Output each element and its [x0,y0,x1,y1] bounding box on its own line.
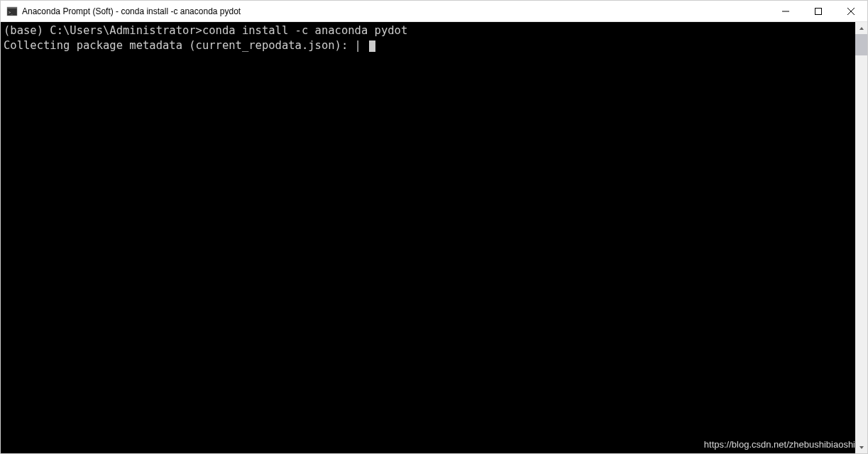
terminal-output[interactable]: (base) C:\Users\Administrator>conda inst… [1,22,855,453]
maximize-button[interactable] [802,1,835,21]
close-button[interactable] [835,1,867,21]
titlebar[interactable]: >_ Anaconda Prompt (Soft) - conda instal… [1,1,867,22]
svg-text:>_: >_ [9,9,13,14]
terminal-text: Collecting package metadata (current_rep… [4,39,368,52]
window-controls [769,1,867,21]
svg-rect-1 [7,7,17,9]
cursor-icon [369,40,375,52]
terminal-line: Collecting package metadata (current_rep… [4,38,852,53]
scrollbar-down-arrow-icon[interactable] [855,441,867,453]
terminal-line: (base) C:\Users\Administrator>conda inst… [4,23,852,38]
scrollbar-track[interactable] [855,34,867,441]
terminal-container: (base) C:\Users\Administrator>conda inst… [1,22,867,453]
svg-rect-4 [815,8,822,14]
terminal-app-icon: >_ [6,6,18,17]
scrollbar-thumb[interactable] [855,34,867,55]
minimize-button[interactable] [769,1,802,21]
terminal-window: >_ Anaconda Prompt (Soft) - conda instal… [0,0,868,454]
scrollbar-up-arrow-icon[interactable] [855,22,867,34]
window-title: Anaconda Prompt (Soft) - conda install -… [22,6,769,16]
vertical-scrollbar[interactable] [855,22,867,453]
